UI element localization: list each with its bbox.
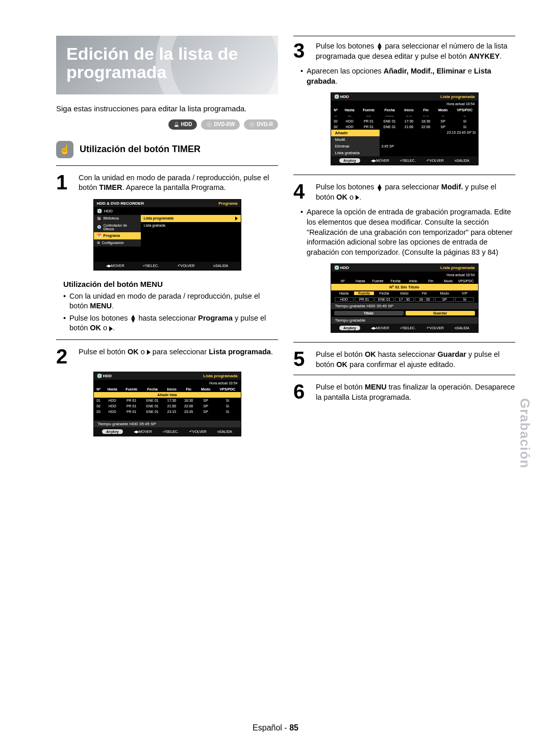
t: Pulse el botón: [79, 348, 128, 356]
td: 03: [94, 409, 104, 414]
t: MENU: [90, 302, 112, 310]
t: OK: [128, 348, 139, 356]
l: HDD: [340, 265, 349, 270]
td: ENE 01: [142, 409, 163, 414]
t: o: [139, 348, 147, 356]
t: para seleccionar: [383, 183, 441, 191]
anykey-badge: Anykey: [102, 429, 123, 434]
osd-ops: Añadir Modif. Eliminar Lista grabada: [331, 130, 380, 156]
table-head: NºHastaFuenteFechaInicioFinModoVPS/PDC: [94, 386, 241, 392]
td: PR 01: [121, 403, 142, 409]
step4-bullets: Aparece la opción de entrada de grabació…: [300, 207, 515, 257]
t: o: [101, 324, 109, 332]
td: 21:00: [163, 403, 181, 409]
l: VOLVER: [181, 264, 195, 267]
osd-footer: Anykey ◀▶MOVER ⏎SELEC. ↶VOLVER ⎋SALIDA: [331, 324, 478, 332]
td: SP: [434, 124, 452, 130]
nav-move: ◀▶MOVER: [371, 326, 389, 330]
nav-select: ⏎SELEC.: [143, 264, 159, 268]
section-head-timer: ☝ Utilización del botón TIMER: [56, 141, 278, 158]
td: 21:00: [400, 124, 418, 130]
osd-rec-label: Tiempo grabable: [331, 317, 478, 324]
menu-subhead: Utilización del botón MENU: [63, 280, 278, 288]
th: Hasta: [104, 386, 121, 392]
td: HDD: [341, 118, 359, 124]
osd-menu-right: Lista programada Lista grabada: [141, 215, 241, 247]
l: MOVER: [376, 159, 389, 162]
osd-menu: 📚Biblioteca 💿Controlador de Discos 📅Prog…: [94, 215, 241, 247]
step-5-text: Pulse el botón OK hasta seleccionar Guar…: [316, 350, 515, 370]
l: MOVER: [111, 264, 124, 267]
anykey-badge: Anykey: [339, 158, 360, 163]
table-row: ------------------ ---- ------: [331, 113, 478, 118]
l: Controlador de Discos: [104, 224, 138, 231]
osd-edit-head: HastaFuenteFechaInicioFinModoV/P: [331, 290, 478, 296]
step-1-text: Con la unidad en modo de parada / reprod…: [79, 173, 278, 193]
th: Fuente: [359, 107, 379, 113]
td: HDD: [341, 124, 359, 130]
td: -------: [379, 113, 400, 118]
osd-table: NºHastaFuenteFechaInicioFinModoVPS/PDC A…: [94, 386, 241, 414]
osd-ops-row: Añadir Modif. Eliminar Lista grabada 23:…: [331, 130, 478, 156]
menu-item-lista-grab: Lista grabada: [141, 222, 241, 229]
osd-dev: 💽 HDD: [334, 265, 349, 270]
svg-rect-1: [174, 125, 178, 127]
c: VPS/PDC: [457, 279, 475, 283]
td: 22:00: [180, 403, 197, 409]
t: Pulse el botón: [316, 383, 365, 391]
osd-edit-btns: Título Guardar: [331, 309, 478, 317]
btn-guardar: Guardar: [406, 311, 475, 315]
hdd-icon: 💽: [97, 209, 102, 213]
l: SALIDA: [457, 159, 469, 162]
th: Nº: [94, 386, 104, 392]
c: ENE 01: [374, 297, 393, 302]
c: V/P: [455, 291, 474, 295]
c: Nº: [334, 279, 352, 283]
osd-device-label: HDD: [104, 209, 113, 213]
t: hasta seleccionar: [376, 350, 438, 358]
td: ---: [341, 113, 359, 118]
t: .: [499, 52, 502, 60]
pill-hdd-label: HDD: [181, 121, 192, 127]
th: Inicio: [400, 107, 418, 113]
svg-point-3: [209, 124, 210, 125]
th: Modo: [197, 386, 214, 392]
op-grab: Lista grabada: [331, 150, 380, 156]
step3-bullets: Aparecen las opciones Añadir, Modif., El…: [300, 66, 515, 86]
th: VPS/PDC: [452, 107, 478, 113]
pill-dvd-r: DVD-R: [244, 119, 278, 130]
c: Fuente: [354, 291, 374, 295]
l: VOLVER: [430, 326, 444, 330]
step-4: 4 Pulse los botones ▲▼ para seleccionar …: [293, 182, 515, 202]
hdd-icon: [173, 121, 180, 128]
c: Inicio: [405, 279, 422, 283]
pill-r-label: DVD-R: [257, 121, 273, 127]
step-2: 2 Pulse el botón OK o para seleccionar L…: [56, 347, 278, 365]
td: Sí: [214, 398, 240, 403]
table-head: NºHastaFuenteFechaInicioFinModoVPS/PDC: [331, 107, 478, 113]
nav-exit: ⎋SALIDA: [217, 430, 232, 433]
t: Añadir, Modif., Eliminar: [384, 67, 466, 75]
l: VOLVER: [430, 159, 444, 162]
nav-back: ↶VOLVER: [178, 264, 195, 268]
td: 23:45: [180, 409, 197, 414]
anykey-badge: Anykey: [339, 326, 360, 330]
disc-icon: [249, 121, 255, 128]
osd-spacer: [94, 247, 241, 262]
td: -- --: [400, 113, 418, 118]
l: SELEC.: [166, 430, 179, 433]
osd-title: Lista programada: [440, 265, 474, 270]
table-row: 02HDDPR 01ENE 0121:0022:00SPSí: [94, 403, 241, 409]
t: Guardar: [438, 350, 466, 358]
td: 02: [331, 118, 341, 124]
menu-item-config: ⚙Configuración: [94, 239, 141, 247]
table-row: 02HDDPR 01ENE 0117:3018:30SPSí: [331, 118, 478, 124]
td: ENE 01: [379, 124, 400, 130]
chevron-right-icon: [235, 216, 238, 221]
osd-header: 💽 HDD Lista programada: [331, 93, 478, 101]
td: -- --: [417, 113, 434, 118]
title-box: Edición de la lista de programada: [56, 36, 278, 94]
th: Nº: [331, 107, 341, 113]
osd-table: NºHastaFuenteFechaInicioFinModoVPS/PDC -…: [331, 107, 478, 130]
page-title: Edición de la lista de programada: [66, 45, 268, 81]
